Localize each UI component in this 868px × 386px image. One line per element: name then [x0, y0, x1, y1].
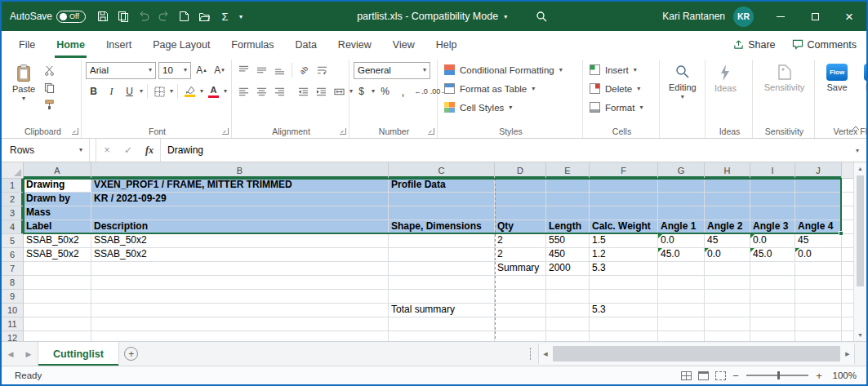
cell-A5[interactable]: SSAB_50x2 [24, 234, 91, 248]
zoom-out-button[interactable]: − [729, 370, 742, 382]
cell-G10[interactable] [658, 304, 705, 317]
fill-color-dropdown-icon[interactable]: ▾ [200, 88, 203, 95]
cell-E11[interactable] [546, 317, 590, 331]
cell-F10[interactable]: 5.3 [590, 304, 658, 317]
row-header-12[interactable]: 12 [2, 331, 24, 341]
zoom-in-button[interactable]: + [812, 370, 826, 382]
row-header-6[interactable]: 6 [2, 248, 24, 262]
cell-E9[interactable] [546, 290, 590, 304]
cell-I3[interactable] [750, 206, 795, 220]
cell-C1[interactable]: Profile Data [389, 179, 495, 193]
cell-G1[interactable] [658, 179, 705, 193]
comments-button[interactable]: Comments [792, 39, 857, 51]
borders-dropdown-icon[interactable]: ▾ [170, 88, 173, 95]
view-normal-button[interactable] [681, 371, 692, 380]
cell-J10[interactable] [795, 304, 842, 317]
cell-J6[interactable]: 0.0 [795, 248, 842, 262]
flow-save-button[interactable]: Flow Save [821, 61, 852, 92]
cell-C5[interactable] [389, 234, 495, 248]
cell-B4[interactable]: Description [91, 220, 389, 234]
cell-J7[interactable] [795, 262, 842, 276]
column-header-G[interactable]: G [658, 162, 705, 179]
number-dialog-launcher-icon[interactable] [428, 128, 434, 135]
font-size-select[interactable]: 10▾ [158, 62, 191, 79]
underline-dropdown-icon[interactable]: ▾ [140, 88, 143, 95]
cell-B1[interactable]: VXEN_PROF1 / FRAME, MITTER TRIMMED [91, 179, 389, 193]
tab-home[interactable]: Home [46, 31, 96, 58]
row-header-7[interactable]: 7 [2, 262, 24, 276]
conditional-formatting-button[interactable]: Conditional Formatting▾ [442, 61, 580, 78]
increase-indent-button[interactable] [314, 84, 329, 100]
format-painter-button[interactable] [42, 97, 57, 113]
decrease-indent-button[interactable] [296, 84, 311, 100]
cell-J3[interactable] [795, 206, 842, 220]
scroll-right-icon[interactable]: ▶ [841, 344, 854, 364]
cell-J8[interactable] [795, 276, 842, 290]
cell-H11[interactable] [705, 317, 750, 331]
scroll-left-icon[interactable]: ◀ [539, 344, 552, 364]
sheet-nav-left-icon[interactable]: ◀ [2, 342, 20, 366]
format-cells-button[interactable]: Format▾ [587, 99, 657, 116]
cell-E12[interactable] [546, 331, 590, 341]
cell-C12[interactable] [389, 331, 495, 341]
ideas-button[interactable]: Ideas [710, 61, 741, 93]
cell-D6[interactable]: 2 [495, 248, 546, 262]
cell-J12[interactable] [795, 331, 842, 341]
cell-H2[interactable] [705, 193, 750, 206]
restore-button[interactable] [798, 2, 832, 31]
cell-J1[interactable] [795, 179, 842, 193]
cell-B7[interactable] [91, 262, 389, 276]
cell-H7[interactable] [705, 262, 750, 276]
tab-splitter-grip[interactable] [530, 348, 536, 360]
column-header-H[interactable]: H [705, 162, 750, 179]
cell-A9[interactable] [24, 290, 91, 304]
cell-I11[interactable] [750, 317, 795, 331]
name-box[interactable]: Rows▾ [2, 139, 90, 162]
editing-button[interactable]: Editing ▾ [664, 61, 701, 100]
font-name-select[interactable]: Arial▾ [86, 62, 156, 79]
column-header-D[interactable]: D [495, 162, 546, 179]
cell-G7[interactable] [658, 262, 705, 276]
cell-D12[interactable] [495, 331, 546, 341]
row-header-4[interactable]: 4 [2, 220, 24, 234]
editing-dropdown-icon[interactable]: ▾ [681, 94, 684, 100]
zoom-level[interactable]: 100% [826, 370, 857, 380]
cell-H12[interactable] [705, 331, 750, 341]
row-header-1[interactable]: 1 [2, 179, 24, 193]
cell-B10[interactable] [91, 304, 389, 317]
cell-H10[interactable] [705, 304, 750, 317]
format-as-table-button[interactable]: Format as Table▾ [442, 80, 580, 97]
clipboard-dialog-launcher-icon[interactable] [72, 128, 78, 135]
cell-B3[interactable] [91, 206, 389, 220]
tab-formulas[interactable]: Formulas [220, 31, 284, 58]
cell-G3[interactable] [658, 206, 705, 220]
cell-D2[interactable] [495, 193, 546, 206]
cell-J5[interactable]: 45 [795, 234, 842, 248]
italic-button[interactable]: I [104, 84, 119, 100]
cell-D5[interactable]: 2 [495, 234, 546, 248]
cell-I12[interactable] [750, 331, 795, 341]
cell-J9[interactable] [795, 290, 842, 304]
cut-button[interactable] [42, 63, 57, 78]
collapse-ribbon-icon[interactable] [852, 119, 860, 134]
cell-F8[interactable] [590, 276, 658, 290]
font-color-dropdown-icon[interactable]: ▾ [224, 88, 227, 95]
paste-dropdown-icon[interactable]: ▾ [22, 95, 25, 102]
cell-E3[interactable] [546, 206, 590, 220]
column-header-A[interactable]: A [24, 162, 91, 179]
cell-E6[interactable]: 450 [546, 248, 590, 262]
cell-I4[interactable]: Angle 3 [750, 220, 795, 234]
cell-I8[interactable] [750, 276, 795, 290]
column-header-B[interactable]: B [91, 162, 389, 179]
wrap-text-button[interactable] [314, 63, 330, 78]
paste-button[interactable]: Paste ▾ [7, 61, 40, 102]
row-header-2[interactable]: 2 [2, 193, 24, 206]
column-header-E[interactable]: E [546, 162, 590, 179]
orientation-button[interactable]: ab [296, 63, 312, 78]
view-page-break-button[interactable] [715, 371, 726, 380]
user-name[interactable]: Kari Rantanen [662, 11, 725, 22]
cell-D10[interactable] [495, 304, 546, 317]
cell-H1[interactable] [705, 179, 750, 193]
cell-H3[interactable] [705, 206, 750, 220]
cell-A3[interactable]: Mass [24, 206, 91, 220]
